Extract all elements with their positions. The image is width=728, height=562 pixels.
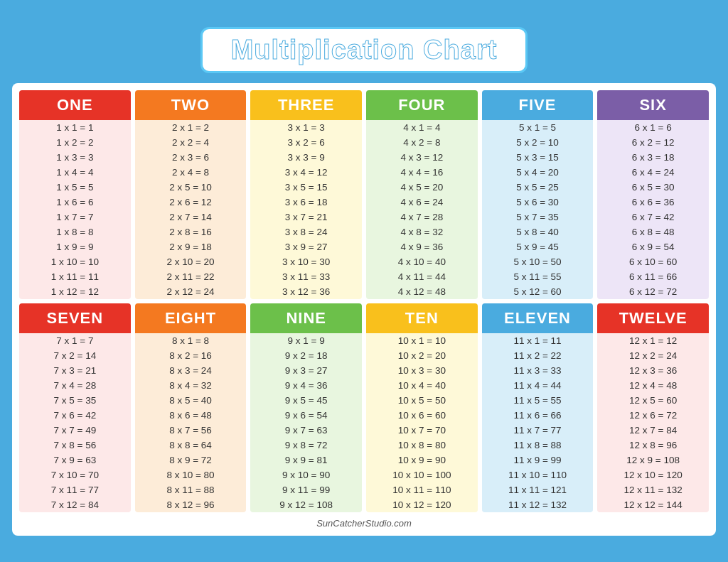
table-row: 8 x 2 = 16 — [135, 348, 247, 363]
table-section-four: FOUR4 x 1 = 44 x 2 = 84 x 3 = 124 x 4 = … — [366, 90, 478, 299]
table-header-seven: SEVEN — [19, 303, 131, 333]
table-body-ten: 10 x 1 = 1010 x 2 = 2010 x 3 = 3010 x 4 … — [366, 333, 478, 512]
footer-text: SunCatcherStudio.com — [19, 518, 709, 529]
table-row: 5 x 9 = 45 — [482, 239, 594, 254]
table-row: 8 x 11 = 88 — [135, 482, 247, 497]
table-section-eight: EIGHT8 x 1 = 88 x 2 = 168 x 3 = 248 x 4 … — [135, 303, 247, 512]
table-row: 5 x 3 = 15 — [482, 150, 594, 165]
table-row: 11 x 5 = 55 — [482, 393, 594, 408]
table-body-five: 5 x 1 = 55 x 2 = 105 x 3 = 155 x 4 = 205… — [482, 120, 594, 299]
table-section-eleven: ELEVEN11 x 1 = 1111 x 2 = 2211 x 3 = 331… — [482, 303, 594, 512]
table-row: 11 x 7 = 77 — [482, 423, 594, 438]
table-row: 10 x 6 = 60 — [366, 408, 478, 423]
table-row: 5 x 12 = 60 — [482, 284, 594, 299]
table-row: 1 x 2 = 2 — [19, 135, 131, 150]
table-row: 4 x 7 = 28 — [366, 210, 478, 225]
table-row: 11 x 11 = 121 — [482, 482, 594, 497]
table-row: 7 x 3 = 21 — [19, 363, 131, 378]
table-row: 1 x 1 = 1 — [19, 120, 131, 135]
table-row: 3 x 2 = 6 — [250, 135, 362, 150]
table-row: 5 x 6 = 30 — [482, 195, 594, 210]
table-header-six: SIX — [597, 90, 709, 120]
table-row: 7 x 12 = 84 — [19, 497, 131, 512]
table-section-two: TWO2 x 1 = 22 x 2 = 42 x 3 = 62 x 4 = 82… — [135, 90, 247, 299]
table-row: 12 x 3 = 36 — [597, 363, 709, 378]
table-row: 4 x 2 = 8 — [366, 135, 478, 150]
table-row: 9 x 6 = 54 — [250, 408, 362, 423]
table-row: 12 x 4 = 48 — [597, 378, 709, 393]
table-section-seven: SEVEN7 x 1 = 77 x 2 = 147 x 3 = 217 x 4 … — [19, 303, 131, 512]
table-row: 11 x 1 = 11 — [482, 333, 594, 348]
table-row: 2 x 12 = 24 — [135, 284, 247, 299]
table-body-one: 1 x 1 = 11 x 2 = 21 x 3 = 31 x 4 = 41 x … — [19, 120, 131, 299]
table-header-three: THREE — [250, 90, 362, 120]
table-header-twelve: TWELVE — [597, 303, 709, 333]
table-row: 5 x 1 = 5 — [482, 120, 594, 135]
table-row: 8 x 9 = 72 — [135, 453, 247, 468]
table-section-six: SIX6 x 1 = 66 x 2 = 126 x 3 = 186 x 4 = … — [597, 90, 709, 299]
table-row: 2 x 9 = 18 — [135, 239, 247, 254]
table-row: 8 x 7 = 56 — [135, 423, 247, 438]
table-row: 6 x 4 = 24 — [597, 165, 709, 180]
table-row: 1 x 12 = 12 — [19, 284, 131, 299]
table-row: 5 x 11 = 55 — [482, 269, 594, 284]
table-row: 5 x 5 = 25 — [482, 180, 594, 195]
table-header-eight: EIGHT — [135, 303, 247, 333]
table-section-ten: TEN10 x 1 = 1010 x 2 = 2010 x 3 = 3010 x… — [366, 303, 478, 512]
table-row: 5 x 10 = 50 — [482, 254, 594, 269]
table-body-seven: 7 x 1 = 77 x 2 = 147 x 3 = 217 x 4 = 287… — [19, 333, 131, 512]
multiplication-grid: ONE1 x 1 = 11 x 2 = 21 x 3 = 31 x 4 = 41… — [19, 90, 709, 512]
table-row: 1 x 10 = 10 — [19, 254, 131, 269]
table-row: 10 x 2 = 20 — [366, 348, 478, 363]
table-row: 8 x 4 = 32 — [135, 378, 247, 393]
table-row: 3 x 7 = 21 — [250, 210, 362, 225]
table-header-four: FOUR — [366, 90, 478, 120]
table-row: 3 x 1 = 3 — [250, 120, 362, 135]
table-row: 2 x 7 = 14 — [135, 210, 247, 225]
table-row: 7 x 1 = 7 — [19, 333, 131, 348]
table-row: 1 x 11 = 11 — [19, 269, 131, 284]
table-row: 9 x 12 = 108 — [250, 497, 362, 512]
table-row: 4 x 3 = 12 — [366, 150, 478, 165]
table-row: 3 x 12 = 36 — [250, 284, 362, 299]
table-section-five: FIVE5 x 1 = 55 x 2 = 105 x 3 = 155 x 4 =… — [482, 90, 594, 299]
table-row: 12 x 10 = 120 — [597, 468, 709, 482]
table-row: 8 x 5 = 40 — [135, 393, 247, 408]
table-row: 8 x 3 = 24 — [135, 363, 247, 378]
table-row: 1 x 5 = 5 — [19, 180, 131, 195]
table-row: 1 x 6 = 6 — [19, 195, 131, 210]
table-row: 3 x 8 = 24 — [250, 225, 362, 239]
table-row: 7 x 9 = 63 — [19, 453, 131, 468]
table-row: 10 x 5 = 50 — [366, 393, 478, 408]
table-row: 6 x 2 = 12 — [597, 135, 709, 150]
table-row: 10 x 12 = 120 — [366, 497, 478, 512]
table-row: 4 x 12 = 48 — [366, 284, 478, 299]
table-row: 4 x 5 = 20 — [366, 180, 478, 195]
table-row: 5 x 8 = 40 — [482, 225, 594, 239]
table-row: 6 x 6 = 36 — [597, 195, 709, 210]
table-row: 12 x 11 = 132 — [597, 482, 709, 497]
table-row: 9 x 10 = 90 — [250, 468, 362, 482]
table-row: 6 x 9 = 54 — [597, 239, 709, 254]
table-section-nine: NINE9 x 1 = 99 x 2 = 189 x 3 = 279 x 4 =… — [250, 303, 362, 512]
table-row: 7 x 5 = 35 — [19, 393, 131, 408]
table-row: 12 x 7 = 84 — [597, 423, 709, 438]
table-row: 10 x 11 = 110 — [366, 482, 478, 497]
table-row: 5 x 7 = 35 — [482, 210, 594, 225]
table-row: 2 x 8 = 16 — [135, 225, 247, 239]
table-row: 9 x 2 = 18 — [250, 348, 362, 363]
table-row: 8 x 10 = 80 — [135, 468, 247, 482]
table-row: 6 x 11 = 66 — [597, 269, 709, 284]
table-row: 4 x 1 = 4 — [366, 120, 478, 135]
table-row: 11 x 6 = 66 — [482, 408, 594, 423]
table-row: 10 x 3 = 30 — [366, 363, 478, 378]
table-row: 10 x 10 = 100 — [366, 468, 478, 482]
table-row: 3 x 5 = 15 — [250, 180, 362, 195]
table-row: 1 x 3 = 3 — [19, 150, 131, 165]
table-row: 12 x 8 = 96 — [597, 438, 709, 453]
table-header-nine: NINE — [250, 303, 362, 333]
table-row: 9 x 4 = 36 — [250, 378, 362, 393]
table-row: 6 x 7 = 42 — [597, 210, 709, 225]
table-row: 2 x 11 = 22 — [135, 269, 247, 284]
table-row: 8 x 1 = 8 — [135, 333, 247, 348]
